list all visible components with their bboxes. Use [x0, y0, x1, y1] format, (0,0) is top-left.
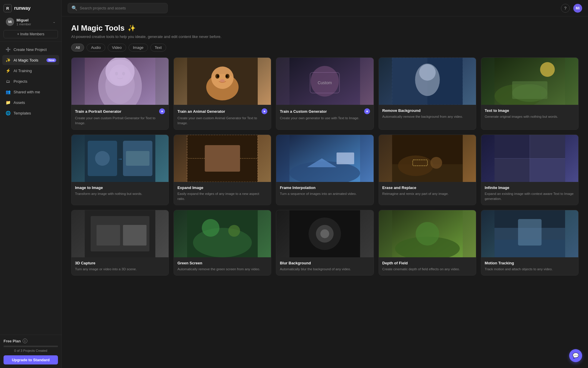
sidebar-item-label-ai-magic-tools: AI Magic Tools: [14, 58, 38, 62]
tools-grid: Train a Portrait Generator Create your o…: [71, 57, 579, 276]
chat-button[interactable]: 💬: [569, 349, 582, 362]
tool-desc-remove-background: Automatically remove the background from…: [382, 114, 472, 119]
tool-thumbnail-tool-row3-1: [71, 210, 169, 257]
tool-desc-image-to-image: Transform any image with nothing but wor…: [75, 191, 165, 196]
svg-rect-48: [530, 135, 565, 158]
nav-icon-shared: 👥: [5, 89, 11, 95]
svg-point-1: [105, 67, 135, 104]
svg-point-12: [220, 79, 225, 82]
tool-card-infinite-image[interactable]: Infinite Image Expand an existing image …: [481, 135, 579, 205]
sidebar-item-create-project[interactable]: ➕ Create New Project: [2, 44, 59, 54]
tool-name-infinite-image: Infinite Image: [485, 185, 509, 190]
tool-name-tool-row3-5: Motion Tracking: [485, 261, 514, 265]
tool-card-tool-row3-5[interactable]: Motion Tracking Track motion and attach …: [481, 210, 579, 276]
sidebar-item-templates[interactable]: 🌐 Templates: [2, 108, 59, 118]
tool-desc-frame-interpolation: Turn a sequence of images into an animat…: [280, 191, 370, 196]
tool-card-remove-background[interactable]: Remove Background Automatically remove t…: [379, 57, 476, 130]
upgrade-button[interactable]: Upgrade to Standard: [4, 355, 58, 364]
tool-card-custom-generator[interactable]: Custom Train a Custom Generator Create y…: [276, 57, 374, 130]
search-box[interactable]: 🔍: [68, 3, 168, 13]
tool-desc-custom-generator: Create your own generator to use with Te…: [280, 116, 370, 121]
nav-icon-ai-magic-tools: ✨: [5, 57, 11, 63]
tool-card-frame-interpolation[interactable]: Frame Interpolation Turn a sequence of i…: [276, 135, 374, 205]
search-input[interactable]: [80, 6, 164, 10]
tool-thumbnail-animal-generator: [174, 58, 271, 105]
tool-card-tool-row3-1[interactable]: 3D Capture Turn any image or video into …: [71, 210, 169, 276]
tool-desc-portrait-generator: Create your own custom Portrait Generato…: [75, 116, 165, 126]
tool-name-erase-replace: Erase and Replace: [382, 185, 417, 190]
tool-name-image-to-image: Image to Image: [75, 185, 103, 190]
free-plan-label: Free Plan: [4, 339, 21, 343]
svg-point-2: [110, 64, 130, 85]
tool-card-portrait-generator[interactable]: Train a Portrait Generator Create your o…: [71, 57, 169, 130]
invite-members-button[interactable]: + Invite Members: [4, 30, 58, 38]
svg-text:→: →: [117, 156, 123, 162]
tool-thumbnail-image-to-image: →: [71, 135, 169, 182]
tool-card-tool-row3-4[interactable]: Depth of Field Create cinematic depth of…: [379, 210, 476, 276]
tool-card-erase-replace[interactable]: Erase and Replace Reimagine and remix an…: [379, 135, 476, 205]
svg-point-59: [202, 219, 219, 237]
tool-card-tool-row3-2[interactable]: Green Screen Automatically remove the gr…: [174, 210, 271, 276]
tool-desc-tool-row3-2: Automatically remove the green screen fr…: [177, 267, 267, 272]
tool-name-remove-background: Remove Background: [382, 108, 421, 113]
svg-point-44: [430, 157, 442, 169]
tool-name-custom-generator: Train a Custom Generator: [280, 109, 327, 114]
filter-tab-video[interactable]: Video: [108, 44, 126, 52]
svg-rect-56: [123, 225, 146, 246]
tool-desc-tool-row3-3: Automatically blur the background of any…: [280, 267, 370, 272]
tool-badge-custom-generator: [364, 108, 370, 114]
sidebar-nav: ➕ Create New Project ✨ AI Magic Tools Ne…: [0, 42, 61, 335]
tool-desc-infinite-image: Expand an existing image with context aw…: [485, 191, 575, 202]
filter-tab-audio[interactable]: Audio: [86, 44, 105, 52]
user-area[interactable]: Mi Miguel 1 member ⌄: [4, 16, 58, 28]
sidebar-item-ai-magic-tools[interactable]: ✨ AI Magic Tools New: [2, 55, 59, 65]
tool-name-frame-interpolation: Frame Interpolation: [280, 185, 315, 190]
filter-tab-text[interactable]: Text: [150, 44, 166, 52]
svg-point-60: [228, 225, 240, 237]
svg-rect-50: [530, 158, 565, 182]
projects-count: 0 of 3 Projects Created: [4, 349, 58, 352]
tool-desc-erase-replace: Reimagine and remix any part of any imag…: [382, 191, 472, 196]
svg-rect-49: [494, 158, 530, 182]
filter-tab-all[interactable]: All: [71, 44, 84, 52]
svg-rect-71: [518, 219, 542, 246]
tool-card-image-to-image[interactable]: → Image to Image Transform any image wit…: [71, 135, 169, 205]
svg-point-64: [320, 229, 329, 238]
tool-card-text-to-image[interactable]: Text to Image Generate original images w…: [481, 57, 579, 130]
filter-tab-image[interactable]: Image: [129, 44, 148, 52]
svg-rect-32: [126, 151, 149, 166]
nav-icon-templates: 🌐: [5, 110, 11, 116]
tool-card-tool-row3-3[interactable]: Blur Background Automatically blur the b…: [276, 210, 374, 276]
svg-rect-0: [85, 58, 155, 105]
avatar: Mi: [6, 18, 14, 26]
progress-bar-bg: [4, 346, 58, 347]
help-button[interactable]: ?: [561, 4, 570, 13]
sidebar-item-shared[interactable]: 👥 Shared with me: [2, 87, 59, 97]
tool-name-portrait-generator: Train a Portrait Generator: [75, 109, 121, 114]
svg-point-20: [419, 64, 436, 81]
filter-tabs: AllAudioVideoImageText: [71, 44, 579, 52]
tool-thumbnail-remove-background: [379, 58, 476, 105]
svg-point-10: [217, 75, 219, 77]
tool-thumbnail-expand-image: [174, 135, 271, 182]
tool-thumbnail-tool-row3-3: [276, 210, 373, 257]
tool-card-animal-generator[interactable]: Train an Animal Generator Create your ow…: [174, 57, 271, 130]
sidebar-item-projects[interactable]: 🗂 Projects: [2, 76, 59, 86]
badge-new: New: [46, 58, 56, 62]
tool-thumbnail-text-to-image: [481, 58, 578, 105]
svg-rect-26: [512, 81, 547, 99]
page-title: AI Magic Tools: [71, 24, 125, 33]
sidebar-item-label-shared: Shared with me: [14, 90, 40, 94]
sidebar-bottom: Free Plan i 0 of 3 Projects Created Upgr…: [0, 335, 61, 368]
user-avatar-top[interactable]: Mi: [573, 4, 582, 13]
tool-desc-text-to-image: Generate original images with nothing bu…: [485, 114, 575, 119]
svg-point-58: [193, 228, 252, 257]
info-icon[interactable]: i: [23, 339, 27, 343]
tool-name-tool-row3-3: Blur Background: [280, 261, 311, 265]
tool-card-expand-image[interactable]: Expand Image Easily expand the edges of …: [174, 135, 271, 205]
sidebar-item-assets[interactable]: 📁 Assets: [2, 97, 59, 107]
sidebar-item-ai-training[interactable]: ⚡ AI Training: [2, 66, 59, 76]
tool-desc-tool-row3-4: Create cinematic depth of field effects …: [382, 267, 472, 272]
tool-desc-expand-image: Easily expand the edges of any image to …: [177, 191, 267, 202]
tool-desc-animal-generator: Create your own custom Animal Generator …: [177, 116, 267, 126]
